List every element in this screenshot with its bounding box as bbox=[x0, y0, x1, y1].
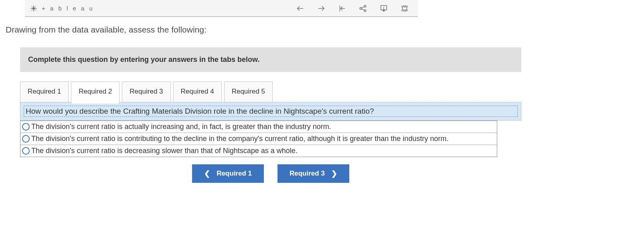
svg-point-10 bbox=[360, 7, 362, 9]
prev-button[interactable]: ❮ Required 1 bbox=[192, 164, 264, 183]
tab-label: Required 1 bbox=[28, 88, 61, 95]
svg-point-12 bbox=[364, 10, 366, 12]
prev-label: Required 1 bbox=[217, 170, 252, 178]
prompt-text: Drawing from the data available, assess … bbox=[6, 25, 638, 35]
option-text: The division's current ratio is actually… bbox=[31, 123, 331, 131]
question-container: Complete this question by entering your … bbox=[20, 47, 521, 183]
fullscreen-icon[interactable] bbox=[400, 4, 409, 13]
tab-label: Required 3 bbox=[130, 88, 163, 95]
toolbar-actions bbox=[296, 4, 413, 13]
radio-icon[interactable] bbox=[22, 135, 30, 143]
revert-icon[interactable] bbox=[338, 4, 346, 13]
svg-rect-17 bbox=[403, 7, 407, 10]
svg-line-13 bbox=[361, 6, 364, 8]
tab-required-5[interactable]: Required 5 bbox=[224, 82, 273, 102]
tableau-logo-icon bbox=[30, 4, 38, 12]
instruction-bar: Complete this question by entering your … bbox=[20, 47, 521, 72]
svg-line-14 bbox=[361, 8, 364, 10]
question-panel: How would you describe the Crafting Mate… bbox=[20, 102, 521, 121]
tableau-toolbar: + a b l e a u bbox=[25, 0, 418, 17]
option-text: The division's current ratio is contribu… bbox=[31, 135, 448, 143]
download-icon[interactable] bbox=[379, 4, 388, 13]
svg-point-11 bbox=[364, 5, 366, 7]
tab-required-1[interactable]: Required 1 bbox=[20, 82, 69, 102]
question-text: How would you describe the Crafting Mate… bbox=[24, 106, 518, 117]
option-row[interactable]: The division's current ratio is contribu… bbox=[20, 133, 497, 145]
tabs-row: Required 1 Required 2 Required 3 Require… bbox=[20, 82, 521, 102]
next-label: Required 3 bbox=[290, 170, 325, 178]
nav-buttons: ❮ Required 1 Required 3 ❯ bbox=[20, 164, 521, 183]
option-row[interactable]: The division's current ratio is actually… bbox=[20, 121, 497, 133]
toolbar-left: + a b l e a u bbox=[30, 4, 94, 12]
tab-label: Required 4 bbox=[181, 88, 214, 95]
tab-required-2[interactable]: Required 2 bbox=[71, 82, 119, 104]
options-list: The division's current ratio is actually… bbox=[20, 121, 497, 157]
share-icon[interactable] bbox=[358, 4, 367, 13]
radio-icon[interactable] bbox=[22, 123, 30, 131]
chevron-left-icon: ❮ bbox=[204, 169, 210, 178]
brand-text: + a b l e a u bbox=[42, 5, 94, 12]
radio-icon[interactable] bbox=[22, 147, 30, 155]
next-button[interactable]: Required 3 ❯ bbox=[277, 164, 349, 183]
option-text: The division's current ratio is decreasi… bbox=[31, 147, 298, 155]
tab-label: Required 2 bbox=[79, 88, 112, 95]
option-row[interactable]: The division's current ratio is decreasi… bbox=[20, 145, 497, 157]
forward-icon[interactable] bbox=[317, 4, 326, 13]
tab-label: Required 5 bbox=[232, 88, 265, 95]
tab-required-4[interactable]: Required 4 bbox=[173, 82, 222, 102]
chevron-right-icon: ❯ bbox=[331, 169, 337, 178]
back-icon[interactable] bbox=[296, 4, 305, 13]
tab-required-3[interactable]: Required 3 bbox=[122, 82, 170, 102]
